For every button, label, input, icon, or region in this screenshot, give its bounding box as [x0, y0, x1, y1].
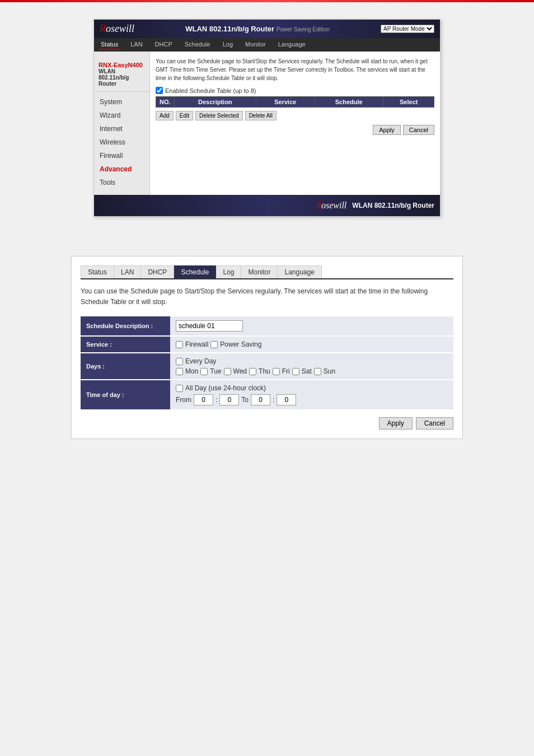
router-footer: Rosewill WLAN 802.11n/b/g Router: [94, 195, 440, 216]
power-saving-label: Power Saving: [220, 340, 261, 348]
nav-dhcp[interactable]: DHCP: [153, 40, 175, 50]
enabled-schedule-label: Enabled Schedule Table (up to 8): [156, 87, 434, 94]
apply-button[interactable]: Apply: [373, 125, 401, 135]
from-label: From: [176, 396, 191, 404]
router-logo-top: Rosewill: [100, 23, 134, 35]
form-nav-status[interactable]: Status: [81, 265, 114, 278]
footer-logo: Rosewill: [316, 200, 346, 211]
router-nav-bar: Status LAN DHCP Schedule Log Monitor Lan…: [94, 38, 440, 52]
mon-checkbox[interactable]: [176, 368, 183, 375]
form-info-text: You can use the Schedule page to Start/S…: [81, 286, 453, 307]
schedule-form-table: Schedule Description : Service : Firewal…: [81, 316, 453, 410]
every-day-checkbox[interactable]: [176, 358, 183, 365]
days-row: Days : Every Day Mon Tue: [81, 353, 453, 380]
sidebar-item-wizard[interactable]: Wizard: [94, 109, 149, 122]
to-minute-input[interactable]: [277, 394, 296, 405]
schedule-description-row: Schedule Description :: [81, 316, 453, 336]
sidebar-item-system[interactable]: System: [94, 95, 149, 109]
cancel-button[interactable]: Cancel: [403, 125, 434, 135]
tue-checkbox[interactable]: [200, 368, 208, 375]
weekdays-row: Mon Tue Wed Thu Fri Sat Su: [176, 367, 448, 375]
from-minute-input[interactable]: [219, 394, 239, 405]
router-title-area: WLAN 802.11n/b/g Router Power Saving Edi…: [134, 25, 381, 33]
sun-label: Sun: [324, 367, 335, 375]
service-checkboxes: Firewall Power Saving: [176, 340, 448, 348]
days-value-cell: Every Day Mon Tue Wed Thu Fri: [170, 353, 453, 380]
logo-r: R: [100, 23, 106, 34]
thu-label: Thu: [259, 367, 270, 375]
logo-rest: osewill: [106, 23, 134, 34]
service-value-cell: Firewall Power Saving: [170, 336, 453, 353]
enabled-checkbox[interactable]: [156, 87, 163, 94]
every-day-label: Every Day: [185, 357, 216, 365]
divider: [0, 234, 534, 250]
apply-row: Apply Cancel: [156, 125, 434, 135]
router-header: Rosewill WLAN 802.11n/b/g Router Power S…: [94, 20, 440, 38]
nav-log[interactable]: Log: [221, 40, 235, 50]
sidebar: RNX-EasyN400 WLAN 802.11n/b/g Router Sys…: [94, 52, 150, 195]
nav-status[interactable]: Status: [99, 40, 120, 50]
wed-checkbox[interactable]: [224, 368, 231, 375]
nav-lan[interactable]: LAN: [128, 40, 144, 50]
days-label-cell: Days :: [81, 353, 170, 380]
sat-checkbox[interactable]: [292, 368, 299, 375]
to-hour-input[interactable]: [251, 394, 270, 405]
form-nav-dhcp[interactable]: DHCP: [141, 265, 174, 278]
delete-selected-button[interactable]: Delete Selected: [195, 111, 243, 120]
every-day-row: Every Day: [176, 357, 448, 365]
form-nav-monitor[interactable]: Monitor: [241, 265, 278, 278]
form-apply-button[interactable]: Apply: [379, 417, 413, 430]
to-label: To: [241, 396, 249, 404]
mode-select[interactable]: AP Router Mode: [381, 25, 434, 33]
sidebar-item-tools[interactable]: Tools: [94, 176, 149, 189]
router-ui-widget: Rosewill WLAN 802.11n/b/g Router Power S…: [93, 19, 441, 217]
col-description: Description: [174, 97, 256, 108]
nav-monitor[interactable]: Monitor: [243, 40, 268, 50]
delete-all-button[interactable]: Delete All: [245, 111, 277, 120]
sat-label: Sat: [302, 367, 312, 375]
mon-label: Mon: [185, 367, 198, 375]
sidebar-brand: RNX-EasyN400 WLAN 802.11n/b/g Router: [94, 57, 149, 92]
from-colon: :: [216, 396, 217, 404]
service-label-cell: Service :: [81, 336, 170, 353]
form-apply-row: Apply Cancel: [81, 417, 453, 430]
sidebar-item-internet[interactable]: Internet: [94, 122, 149, 136]
all-day-row: All Day (use 24-hour clock): [176, 384, 448, 392]
router-title: WLAN 802.11n/b/g Router Power Saving Edi…: [134, 25, 381, 33]
footer-model: WLAN 802.11n/b/g Router: [352, 202, 434, 209]
time-options: All Day (use 24-hour clock) From : To :: [176, 384, 448, 405]
nav-schedule[interactable]: Schedule: [182, 40, 213, 50]
fri-checkbox[interactable]: [273, 368, 280, 375]
power-saving-checkbox[interactable]: [210, 341, 218, 348]
thu-checkbox[interactable]: [249, 368, 256, 375]
form-cancel-button[interactable]: Cancel: [416, 417, 453, 430]
top-red-bar: [0, 0, 534, 2]
add-button[interactable]: Add: [156, 111, 174, 120]
schedule-description-input[interactable]: [176, 320, 243, 332]
form-nav-language[interactable]: Language: [278, 265, 321, 278]
router-body: RNX-EasyN400 WLAN 802.11n/b/g Router Sys…: [94, 52, 440, 195]
sidebar-item-advanced[interactable]: Advanced: [94, 162, 149, 176]
col-no: NO.: [156, 97, 175, 108]
sidebar-item-wireless[interactable]: Wireless: [94, 136, 149, 149]
time-of-day-value-cell: All Day (use 24-hour clock) From : To :: [170, 380, 453, 410]
from-hour-input[interactable]: [194, 394, 213, 405]
time-of-day-label-cell: Time of day :: [81, 380, 170, 410]
nav-language[interactable]: Language: [276, 40, 308, 50]
sun-checkbox[interactable]: [314, 368, 321, 375]
edit-button[interactable]: Edit: [176, 111, 193, 120]
time-of-day-row: Time of day : All Day (use 24-hour clock…: [81, 380, 453, 410]
firewall-checkbox[interactable]: [176, 341, 183, 348]
schedule-description-label-cell: Schedule Description :: [81, 316, 170, 336]
form-nav-lan[interactable]: LAN: [114, 265, 141, 278]
days-options: Every Day Mon Tue Wed Thu Fri: [176, 357, 448, 375]
footer-r: R: [316, 200, 321, 210]
form-nav-schedule[interactable]: Schedule: [174, 265, 216, 278]
router-info-text: You can use the Schedule page to Start/S…: [156, 57, 434, 82]
mode-select-wrapper[interactable]: AP Router Mode: [381, 25, 434, 33]
all-day-checkbox[interactable]: [176, 385, 183, 392]
form-section: Status LAN DHCP Schedule Log Monitor Lan…: [71, 256, 463, 439]
form-nav-log[interactable]: Log: [216, 265, 241, 278]
time-range-inputs: From : To :: [176, 394, 448, 405]
sidebar-item-firewall[interactable]: Firewall: [94, 149, 149, 162]
